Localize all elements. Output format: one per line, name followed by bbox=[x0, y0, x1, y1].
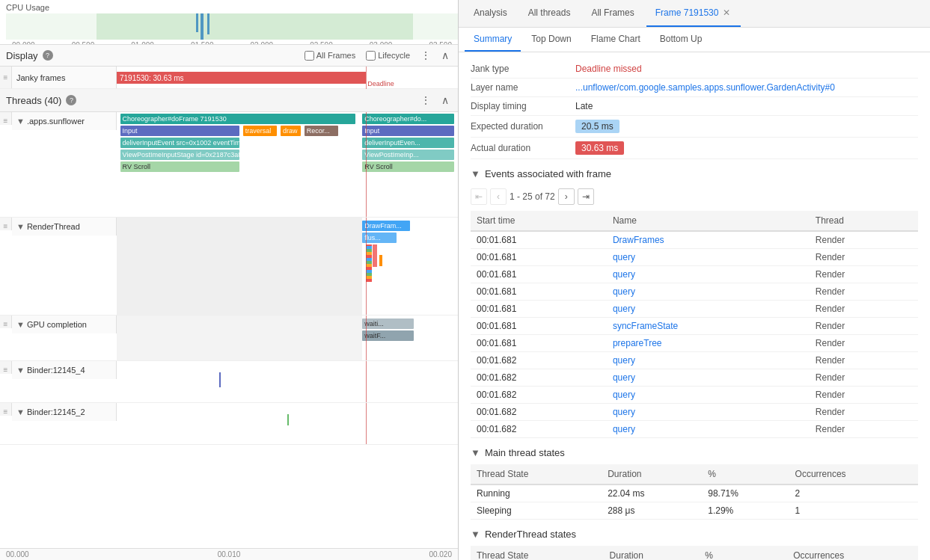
flame-flush[interactable]: flus... bbox=[362, 233, 397, 243]
tab-allframes[interactable]: All Frames bbox=[582, 0, 643, 27]
thread-expand-render[interactable]: ▼ bbox=[16, 222, 25, 231]
thread-name-sunflower: ▼ .apps.sunflower bbox=[12, 112, 117, 130]
tab-analysis[interactable]: Analysis bbox=[465, 0, 516, 27]
flame-input[interactable]: Input bbox=[120, 126, 240, 136]
main-thread-section-header: ▼ Main thread states bbox=[471, 447, 918, 458]
event-name: DrawFrames bbox=[607, 231, 810, 249]
thread-handle-binder2: ≡ bbox=[0, 403, 12, 416]
btick-0: 00.000 bbox=[6, 550, 29, 559]
tab-allthreads[interactable]: All threads bbox=[519, 0, 580, 27]
flame-waiti[interactable]: waiti... bbox=[362, 319, 413, 329]
flame-choreographer[interactable]: Choreographer#doFrame 7191530 bbox=[120, 114, 356, 124]
flame-traversal[interactable]: traversal bbox=[243, 126, 278, 136]
flame-rvscroll[interactable]: RV Scroll bbox=[120, 161, 240, 172]
flame-viewpost[interactable]: ViewPostImeInputStage id=0x2187c3a8 bbox=[120, 150, 240, 160]
janky-bar[interactable]: 7191530: 30.63 ms bbox=[117, 72, 366, 84]
threads-collapse-btn[interactable]: ∧ bbox=[438, 93, 452, 108]
flame-deliver-r[interactable]: deliverInputEven... bbox=[362, 138, 454, 148]
thread-row-sunflower: ≡ ▼ .apps.sunflower Choreographer#doFram… bbox=[0, 112, 458, 218]
thread-expand-sunflower[interactable]: ▼ bbox=[16, 117, 25, 126]
mts-duration: 22.04 ms bbox=[602, 484, 702, 502]
event-row[interactable]: 00:01.681 prepareTree Render bbox=[471, 335, 918, 352]
flame-deliver[interactable]: deliverInputEvent src=0x1002 eventTimeNa… bbox=[120, 138, 240, 148]
tick-6: 03.000 bbox=[370, 41, 393, 45]
event-row[interactable]: 00:01.681 query Render bbox=[471, 266, 918, 283]
flame-input-r[interactable]: Input bbox=[362, 126, 454, 136]
janky-label: Janky frames bbox=[12, 67, 117, 88]
thread-expand-gpu[interactable]: ▼ bbox=[16, 320, 25, 329]
event-row[interactable]: 00:01.681 query Render bbox=[471, 249, 918, 266]
thread-name-binder2: ▼ Binder:12145_2 bbox=[12, 403, 117, 421]
info-layer-name: Layer name ...unflower/com.google.sample… bbox=[471, 79, 918, 97]
pagination: ⇤ ‹ 1 - 25 of 72 › ⇥ bbox=[471, 185, 918, 211]
display-timing-val: Late bbox=[575, 101, 593, 111]
rts-col-occ: Occurrences bbox=[787, 546, 918, 560]
flame-waitf[interactable]: waitF... bbox=[362, 330, 413, 341]
events-arrow[interactable]: ▼ bbox=[471, 168, 480, 179]
page-prev-btn[interactable]: ‹ bbox=[490, 188, 507, 205]
flame-record[interactable]: Recor... bbox=[305, 126, 339, 136]
page-next-btn[interactable]: › bbox=[558, 188, 575, 205]
mts-col-pct: % bbox=[702, 464, 789, 484]
flame-viewpost-r[interactable]: ViewPostImeInp... bbox=[362, 150, 454, 160]
event-row[interactable]: 00:01.682 query Render bbox=[471, 387, 918, 404]
lifecycle-checkbox[interactable] bbox=[366, 51, 376, 61]
layer-name-key: Layer name bbox=[471, 82, 575, 93]
thread-name-gpu: ▼ GPU completion bbox=[12, 316, 117, 333]
subtab-bottomup[interactable]: Bottom Up bbox=[651, 28, 712, 52]
threads-label: Threads (40) bbox=[6, 95, 61, 106]
main-thread-arrow[interactable]: ▼ bbox=[471, 447, 480, 458]
event-row[interactable]: 00:01.681 DrawFrames Render bbox=[471, 231, 918, 249]
event-thread: Render bbox=[810, 283, 918, 301]
info-display-timing: Display timing Late bbox=[471, 97, 918, 116]
tab-frame[interactable]: Frame 7191530 ✕ bbox=[646, 0, 741, 27]
subtab-summary[interactable]: Summary bbox=[465, 28, 521, 52]
event-row[interactable]: 00:01.682 query Render bbox=[471, 352, 918, 369]
thread-handle-binder4: ≡ bbox=[0, 361, 12, 374]
event-start: 00:01.681 bbox=[471, 335, 607, 352]
mts-state: Sleeping bbox=[471, 502, 602, 520]
event-row[interactable]: 00:01.681 query Render bbox=[471, 301, 918, 318]
thread-name-render: ▼ RenderThread bbox=[12, 218, 117, 236]
page-first-btn[interactable]: ⇤ bbox=[471, 188, 487, 205]
event-row[interactable]: 00:01.682 query Render bbox=[471, 369, 918, 387]
event-row[interactable]: 00:01.682 query Render bbox=[471, 404, 918, 421]
event-start: 00:01.681 bbox=[471, 266, 607, 283]
collapse-btn[interactable]: ∧ bbox=[438, 48, 452, 63]
render-thread-arrow[interactable]: ▼ bbox=[471, 529, 480, 540]
all-frames-checkbox-label[interactable]: All Frames bbox=[305, 51, 356, 61]
flame-drawframe[interactable]: DrawFram... bbox=[362, 221, 410, 231]
overflow-menu-btn[interactable]: ⋮ bbox=[417, 48, 434, 63]
thread-row-binder4: ≡ ▼ Binder:12145_4 bbox=[0, 361, 458, 403]
tick-2: 01.000 bbox=[131, 41, 154, 45]
threads-info-icon[interactable]: ? bbox=[66, 95, 76, 105]
thread-expand-binder4[interactable]: ▼ bbox=[16, 366, 25, 375]
page-last-btn[interactable]: ⇥ bbox=[578, 188, 594, 205]
subtab-flamechart[interactable]: Flame Chart bbox=[582, 28, 649, 52]
tab-close-btn[interactable]: ✕ bbox=[721, 7, 732, 18]
display-timing-key: Display timing bbox=[471, 101, 575, 111]
event-thread: Render bbox=[810, 266, 918, 283]
subtab-topdown[interactable]: Top Down bbox=[522, 28, 580, 52]
flame-choreographer-r[interactable]: Choreographer#do... bbox=[362, 114, 454, 124]
event-row[interactable]: 00:01.681 syncFrameState Render bbox=[471, 318, 918, 335]
mts-occ: 1 bbox=[789, 502, 918, 520]
cpu-ticks: 00.000 00.500 01.000 01.500 02.000 02.50… bbox=[6, 41, 458, 45]
event-row[interactable]: 00:01.681 query Render bbox=[471, 283, 918, 301]
event-start: 00:01.681 bbox=[471, 249, 607, 266]
event-name: query bbox=[607, 421, 810, 438]
threads-overflow-btn[interactable]: ⋮ bbox=[417, 93, 434, 108]
display-info-icon[interactable]: ? bbox=[43, 50, 53, 61]
lifecycle-checkbox-label[interactable]: Lifecycle bbox=[366, 51, 410, 61]
tick-3: 01.500 bbox=[191, 41, 214, 45]
layer-name-val[interactable]: ...unflower/com.google.samples.apps.sunf… bbox=[575, 82, 835, 93]
all-frames-checkbox[interactable] bbox=[305, 51, 314, 61]
mts-duration: 288 μs bbox=[602, 502, 702, 520]
mts-occ: 2 bbox=[789, 484, 918, 502]
btick-1: 00.010 bbox=[218, 550, 241, 559]
flame-draw[interactable]: draw bbox=[281, 126, 301, 136]
event-row[interactable]: 00:01.682 query Render bbox=[471, 421, 918, 438]
thread-expand-binder2[interactable]: ▼ bbox=[16, 407, 25, 416]
flame-rvscroll-r[interactable]: RV Scroll bbox=[362, 161, 454, 172]
events-section-header: ▼ Events associated with frame bbox=[471, 168, 918, 179]
